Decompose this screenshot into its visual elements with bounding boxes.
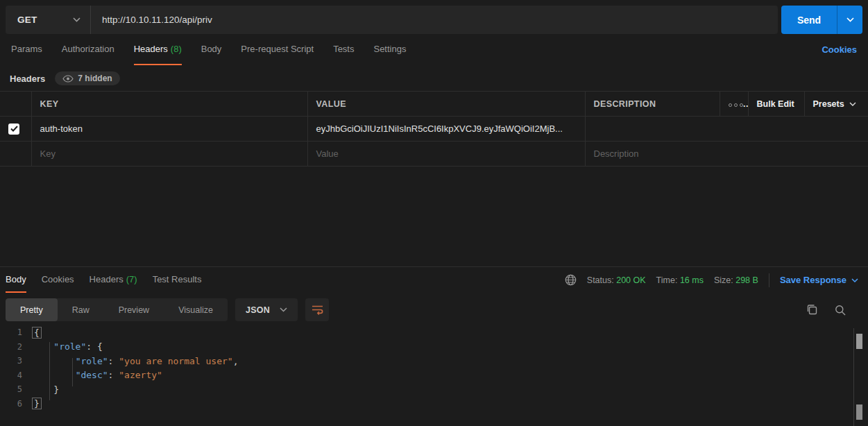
cookies-label: Cookies (822, 44, 857, 55)
tab-params[interactable]: Params (11, 34, 42, 65)
description-placeholder: Description (594, 148, 639, 159)
description-cell[interactable] (585, 117, 868, 142)
tab-response-body[interactable]: Body (6, 267, 26, 293)
size-label: Size: (714, 275, 733, 285)
time-value: 16 ms (680, 275, 704, 285)
status-label: Status: (587, 275, 614, 285)
value-cell-text: eyJhbGciOiJIUzI1NiIsInR5cCI6IkpXVCJ9.eyJ… (316, 123, 563, 134)
fold-marker[interactable]: { (32, 327, 42, 339)
copy-icon[interactable] (806, 304, 818, 316)
row-checkbox-cell (0, 117, 31, 142)
line-number: 1 (0, 327, 32, 337)
tab-tests[interactable]: Tests (333, 34, 354, 65)
view-pretty[interactable]: Pretty (6, 298, 58, 321)
tab-test-results-label: Test Results (153, 274, 202, 284)
chevron-down-icon (846, 17, 854, 22)
status-value: 200 OK (616, 275, 645, 285)
chevron-down-icon (280, 307, 287, 312)
request-tabs: Params Authorization Headers (8) Body Pr… (0, 34, 868, 65)
more-actions-icon[interactable] (729, 103, 743, 107)
tab-body-label: Body (201, 44, 222, 54)
indent-guide (49, 342, 50, 400)
method-select[interactable]: GET (6, 6, 91, 34)
empty-area (0, 167, 868, 266)
tab-authorization[interactable]: Authorization (62, 34, 114, 65)
fold-marker[interactable]: } (32, 398, 42, 409)
value-cell[interactable]: eyJhbGciOiJIUzI1NiIsInR5cCI6IkpXVCJ9.eyJ… (307, 117, 585, 142)
response-body-code[interactable]: 1 { 2 "role": { 3 "role": "you are norma… (0, 325, 868, 411)
table-header-row: KEY VALUE DESCRIPTION Bulk Edit Presets (0, 92, 868, 117)
tab-body[interactable]: Body (201, 34, 222, 65)
tab-response-cookies[interactable]: Cookies (42, 267, 74, 293)
chevron-down-icon (849, 102, 856, 106)
search-icon[interactable] (835, 305, 846, 316)
value-input-cell[interactable]: Value (307, 142, 585, 167)
status-pair: Status: 200 OK (587, 275, 646, 285)
tab-test-results[interactable]: Test Results (153, 267, 202, 293)
header-row-empty: Key Value Description (0, 142, 868, 167)
indent-guide (72, 358, 73, 386)
scrollbar-thumb[interactable] (856, 404, 862, 420)
line-number: 6 (0, 399, 32, 409)
key-placeholder: Key (40, 148, 56, 159)
eye-icon (62, 75, 74, 83)
column-key: KEY (31, 92, 307, 117)
line-number: 4 (0, 370, 32, 380)
response-meta: Status: 200 OK Time: 16 ms Size: 298 B S… (565, 267, 862, 293)
bulk-edit-button[interactable]: Bulk Edit (748, 92, 804, 117)
tab-headers[interactable]: Headers (8) (134, 34, 182, 65)
line-number: 5 (0, 384, 32, 394)
network-globe-icon[interactable] (565, 274, 577, 286)
scrollbar-thumb[interactable] (856, 334, 862, 349)
viewer-icons (806, 304, 862, 316)
send-options-button[interactable] (837, 6, 862, 34)
divider (769, 273, 769, 287)
key-cell-text: auth-token (40, 123, 83, 134)
cookies-link[interactable]: Cookies (822, 34, 857, 65)
url-text: http://10.10.11.120/api/priv (102, 15, 212, 25)
url-input[interactable]: http://10.10.11.120/api/priv (91, 6, 778, 34)
format-dropdown[interactable]: JSON (235, 298, 298, 321)
tab-response-headers-count: (7) (126, 274, 137, 284)
chevron-down-icon (73, 17, 80, 22)
save-response-label: Save Response (780, 275, 846, 285)
wrap-lines-icon (312, 305, 323, 315)
tab-params-label: Params (11, 44, 42, 54)
line-number: 2 (0, 342, 32, 352)
tab-prerequest-label: Pre-request Script (241, 44, 314, 54)
description-input-cell[interactable]: Description (585, 142, 868, 167)
tab-headers-label: Headers (134, 44, 168, 54)
time-pair: Time: 16 ms (656, 275, 704, 285)
value-placeholder: Value (316, 148, 339, 159)
row-checkbox-checked[interactable] (8, 123, 19, 135)
key-cell[interactable]: auth-token (31, 117, 307, 142)
view-preview[interactable]: Preview (104, 298, 164, 321)
send-button-group: Send (781, 6, 862, 34)
column-description: DESCRIPTION (585, 92, 720, 117)
key-input-cell[interactable]: Key (31, 142, 307, 167)
send-label: Send (797, 15, 821, 26)
tab-response-headers[interactable]: Headers (7) (90, 267, 137, 293)
tab-settings-label: Settings (373, 44, 406, 54)
select-all-cell (0, 92, 31, 117)
view-raw[interactable]: Raw (58, 298, 104, 321)
tab-settings[interactable]: Settings (373, 34, 406, 65)
line-number: 3 (0, 356, 32, 366)
hidden-count-label: 7 hidden (78, 74, 112, 83)
header-row-auth-token: auth-token eyJhbGciOiJIUzI1NiIsInR5cCI6I… (0, 117, 868, 142)
scrollbar-track[interactable] (853, 328, 868, 426)
save-response-button[interactable]: Save Response (780, 275, 862, 285)
headers-table: KEY VALUE DESCRIPTION Bulk Edit Presets … (0, 91, 868, 167)
tab-prerequest-script[interactable]: Pre-request Script (241, 34, 314, 65)
tab-tests-label: Tests (333, 44, 354, 54)
column-value: VALUE (307, 92, 585, 117)
response-tabs: Body Cookies Headers (7) Test Results St… (0, 267, 868, 293)
code-line: 5 } (0, 382, 868, 397)
headers-title: Headers (10, 74, 45, 84)
wrap-lines-button[interactable] (305, 298, 329, 321)
view-visualize[interactable]: Visualize (164, 298, 228, 321)
presets-dropdown[interactable]: Presets (804, 92, 868, 117)
hidden-headers-toggle[interactable]: 7 hidden (55, 71, 119, 85)
code-line: 2 "role": { (0, 340, 868, 355)
send-button[interactable]: Send (781, 6, 837, 34)
